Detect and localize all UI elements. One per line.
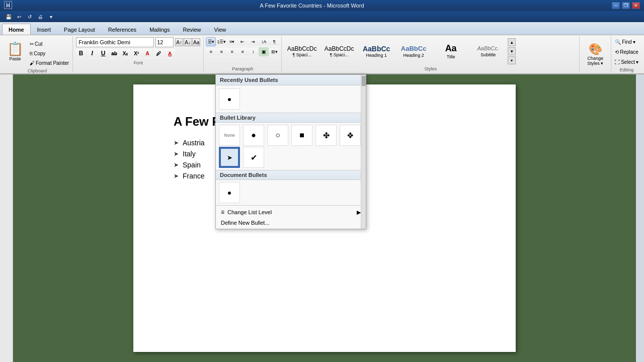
style-no-spacing[interactable]: AaBbCcDc ¶ Spaci... [321,37,357,65]
find-dropdown-icon: ▾ [633,39,635,45]
numbering-button[interactable]: 1☰▾ [216,37,226,46]
cut-button[interactable]: ✂ Cut [28,39,70,48]
text-effects-button[interactable]: A [142,48,152,58]
styles-scroll-up[interactable]: ▲ [508,38,516,46]
document-bullet-filled[interactable]: ● [219,182,240,203]
replace-icon: ⟲ [615,49,619,55]
bullet-arrow-right[interactable]: ➤ [219,147,240,168]
format-painter-button[interactable]: 🖌 Format Painter [28,58,70,67]
ribbon: 📋 Paste ✂ Cut ⎘ Copy 🖌 Format Painter Cl… [0,35,644,74]
justify-button[interactable]: ≡ [237,47,248,56]
align-left-button[interactable]: ≡ [206,47,216,56]
undo-button[interactable]: ↩ [15,12,24,21]
change-styles-label: ChangeStyles ▾ [583,56,608,66]
save-button[interactable]: 💾 [4,12,13,21]
style-normal-preview: AaBbCcDc [287,45,317,52]
paste-button[interactable]: 📋 Paste [4,37,26,66]
title-bar: 🇼 A Few Favorite Countries - Microsoft W… [0,0,644,11]
recent-bullets-grid: ● [216,85,366,113]
underline-button[interactable]: U [98,48,108,58]
recent-bullet-filled[interactable]: ● [219,88,240,110]
bullet-filled-circle[interactable]: ● [243,125,264,146]
style-title[interactable]: Aa Title [433,37,469,65]
sort-button[interactable]: ↕A [259,37,269,46]
style-title-preview: Aa [445,43,457,54]
bullet-arrow-icon: ➤ [174,172,179,179]
right-sidebar [636,74,644,362]
subscript-button[interactable]: X₂ [120,48,130,58]
style-title-label: Title [447,54,455,59]
line-spacing-button[interactable]: ↕ [248,47,258,56]
font-size-increase[interactable]: A↑ [175,38,183,46]
styles-scroll-down[interactable]: ▼ [508,47,516,55]
tab-page-layout[interactable]: Page Layout [57,24,102,35]
style-heading1[interactable]: AaBbCc Heading 1 [358,37,394,65]
italic-button[interactable]: I [87,48,97,58]
bullet-cross-star[interactable]: ✤ [315,125,337,146]
minimize-button[interactable]: ─ [612,2,620,9]
font-group: A↑ A↓ Aa B I U ab X₂ X² A 🖊 A̲ Font [73,36,204,72]
tab-mailings[interactable]: Mailings [143,24,176,35]
tab-home[interactable]: Home [2,24,31,35]
font-size-input[interactable] [155,37,174,47]
tab-insert[interactable]: Insert [31,24,58,35]
replace-button[interactable]: ⟲ Replace [613,47,640,56]
clipboard-group-label: Clipboard [4,68,70,73]
style-normal[interactable]: AaBbCcDc ¶ Spaci... [284,37,320,65]
redo-button[interactable]: ↺ [25,12,34,21]
show-formatting-button[interactable]: ¶ [269,37,279,46]
copy-button[interactable]: ⎘ Copy [28,49,70,58]
change-styles-button[interactable]: 🎨 ChangeStyles ▾ [580,36,611,72]
restore-button[interactable]: ❐ [622,2,630,9]
dropdown-scrollbar[interactable] [361,75,366,229]
paste-label: Paste [9,56,21,61]
superscript-button[interactable]: X² [131,48,141,58]
tab-view[interactable]: View [208,24,233,35]
bullet-arrow-icon: ➤ [174,139,179,146]
change-list-level-item[interactable]: ≡ Change List Level ▶ [216,207,366,218]
bullet-arrow-icon: ➤ [174,161,179,168]
strikethrough-button[interactable]: ab [109,48,119,58]
change-list-level-icon: ≡ [221,209,224,216]
bullet-checkmark[interactable]: ✔ [243,147,264,168]
print-button[interactable]: 🖨 [36,12,45,21]
define-new-bullet-item[interactable]: Define New Bullet... [216,218,366,228]
styles-expand[interactable]: ▾ [508,56,516,64]
list-item-text: Austria [183,139,205,147]
find-button[interactable]: 🔍 Find ▾ [613,37,640,46]
quick-access-more[interactable]: ▾ [46,12,55,21]
bullets-button[interactable]: ☰▾ [206,37,216,46]
bullet-none[interactable]: None [219,125,240,146]
align-right-button[interactable]: ≡ [227,47,237,56]
style-subtitle[interactable]: AaBbCc. Subtitle [470,37,506,65]
style-normal-label: ¶ Spaci... [292,52,311,57]
left-ruler [0,74,13,362]
define-new-bullet-label: Define New Bullet... [221,220,270,226]
recently-used-header: Recently Used Bullets [216,75,366,85]
font-size-decrease[interactable]: A↓ [184,38,192,46]
decrease-indent-button[interactable]: ⇤ [237,37,248,46]
font-size-reset[interactable]: Aa [192,38,200,46]
align-center-button[interactable]: ≡ [216,47,226,56]
bullet-filled-square[interactable]: ■ [291,125,312,146]
style-heading1-label: Heading 1 [366,53,387,58]
bullet-open-circle[interactable]: ○ [267,125,288,146]
borders-button[interactable]: ⊞▾ [269,47,279,56]
font-color-button[interactable]: A̲ [165,48,175,58]
font-name-input[interactable] [76,37,154,47]
tab-references[interactable]: References [102,24,143,35]
list-item-text: Spain [183,161,201,169]
tab-review[interactable]: Review [176,24,207,35]
close-button[interactable]: ✕ [632,2,640,9]
format-painter-icon: 🖌 [30,60,35,66]
style-heading2[interactable]: AaBbCc Heading 2 [395,37,432,65]
highlight-button[interactable]: 🖊 [153,48,164,58]
shading-button[interactable]: ▣ [259,47,269,56]
bold-button[interactable]: B [76,48,86,58]
increase-indent-button[interactable]: ⇥ [248,37,258,46]
bullet-diamond[interactable]: ❖ [340,125,361,146]
scrollbar-thumb [362,76,366,86]
word-logo: 🇼 [4,1,12,10]
select-button[interactable]: ⛶ Select ▾ [613,57,640,66]
multilevel-list-button[interactable]: ≡▾ [227,37,237,46]
